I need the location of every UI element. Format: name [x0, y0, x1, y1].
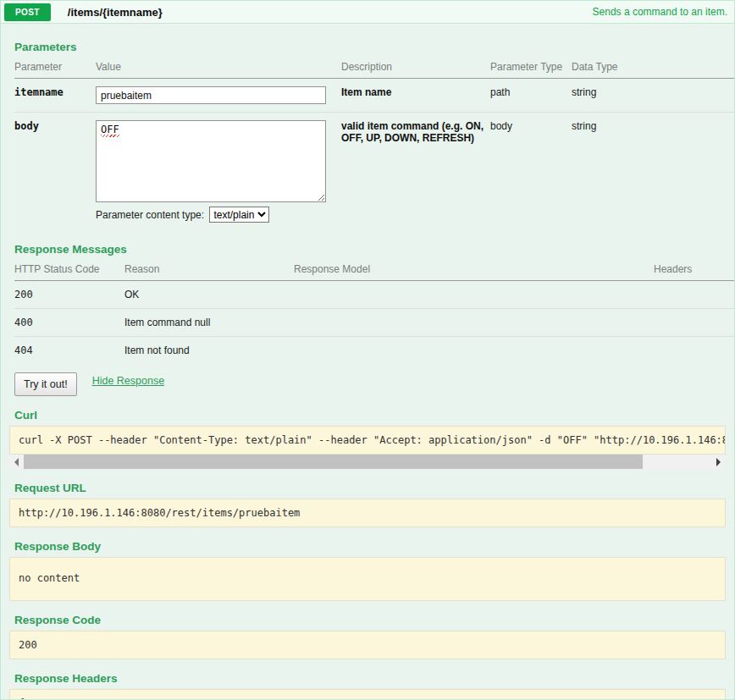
- response-code-heading: Response Code: [14, 614, 727, 626]
- headers-cell: [654, 309, 734, 337]
- scrollbar-left-arrow-icon[interactable]: [9, 455, 24, 469]
- parameter-row-itemname: itemname Item name path string: [14, 79, 734, 113]
- response-body-box: no content: [9, 557, 726, 601]
- status-code: 200: [14, 281, 124, 309]
- parameter-row-body: body OFF Parameter content type: text/pl…: [14, 113, 734, 231]
- response-model: [294, 337, 654, 365]
- operation-heading-bar: POST /items/{itemname} Sends a command t…: [1, 1, 734, 24]
- response-headers-heading: Response Headers: [14, 672, 727, 685]
- scrollbar-thumb[interactable]: [24, 455, 643, 469]
- response-message-row: 200 OK: [14, 281, 734, 309]
- col-header-data-type: Data Type: [572, 58, 734, 79]
- col-header-status-code: HTTP Status Code: [14, 260, 124, 281]
- operation-content: Parameters Parameter Value Description P…: [1, 24, 734, 700]
- col-header-value: Value: [96, 58, 341, 79]
- parameter-type: path: [490, 79, 572, 113]
- response-headers-box: { "content-length": "0", "content-type":…: [9, 689, 726, 700]
- parameters-table: Parameter Value Description Parameter Ty…: [14, 58, 734, 230]
- parameter-data-type: string: [572, 79, 734, 113]
- content-type-select[interactable]: text/plain: [209, 207, 269, 223]
- request-url-box: http://10.196.1.146:8080/rest/items/prue…: [9, 499, 726, 527]
- response-messages-heading: Response Messages: [14, 243, 727, 256]
- parameter-type: body: [490, 113, 572, 231]
- scrollbar-right-arrow-icon[interactable]: [711, 455, 726, 469]
- status-code: 404: [14, 337, 124, 365]
- response-body-heading: Response Body: [14, 540, 727, 553]
- request-url-heading: Request URL: [14, 482, 727, 494]
- parameter-name: itemname: [14, 79, 96, 113]
- curl-command-box: curl -X POST --header "Content-Type: tex…: [9, 426, 726, 455]
- actions-row: Try it out! Hide Response: [14, 372, 727, 396]
- curl-horizontal-scrollbar[interactable]: [9, 455, 726, 469]
- col-header-description: Description: [341, 58, 490, 79]
- col-header-parameter: Parameter: [14, 58, 96, 79]
- parameter-name: body: [14, 113, 96, 231]
- reason: Item not found: [124, 337, 294, 365]
- response-message-row: 400 Item command null: [14, 309, 734, 337]
- hide-response-link[interactable]: Hide Response: [92, 375, 164, 387]
- operation-path-link[interactable]: /items/{itemname}: [68, 6, 163, 19]
- operation-summary-link[interactable]: Sends a command to an item.: [593, 6, 727, 18]
- response-model: [294, 281, 654, 309]
- response-messages-table: HTTP Status Code Reason Response Model H…: [14, 260, 734, 364]
- col-header-response-model: Response Model: [294, 260, 654, 281]
- col-header-reason: Reason: [124, 260, 294, 281]
- http-method-badge[interactable]: POST: [4, 3, 51, 21]
- response-model: [294, 309, 654, 337]
- headers-cell: [654, 281, 734, 309]
- reason: OK: [124, 281, 294, 309]
- reason: Item command null: [124, 309, 294, 337]
- content-type-label: Parameter content type:: [96, 209, 204, 221]
- response-code-box: 200: [9, 631, 726, 659]
- body-textarea[interactable]: OFF: [96, 120, 326, 202]
- parameter-data-type: string: [572, 113, 734, 231]
- parameters-heading: Parameters: [14, 41, 727, 53]
- api-operation-panel: POST /items/{itemname} Sends a command t…: [0, 0, 735, 700]
- col-header-parameter-type: Parameter Type: [490, 58, 572, 79]
- col-header-headers: Headers: [654, 260, 734, 281]
- scrollbar-track[interactable]: [24, 455, 711, 469]
- parameter-description: valid item command (e.g. ON, OFF, UP, DO…: [341, 113, 490, 231]
- itemname-input[interactable]: [96, 86, 326, 104]
- curl-heading: Curl: [14, 409, 727, 422]
- headers-cell: [654, 337, 734, 365]
- try-it-out-button[interactable]: Try it out!: [14, 372, 77, 396]
- parameter-description: Item name: [341, 79, 490, 113]
- response-message-row: 404 Item not found: [14, 337, 734, 365]
- status-code: 400: [14, 309, 124, 337]
